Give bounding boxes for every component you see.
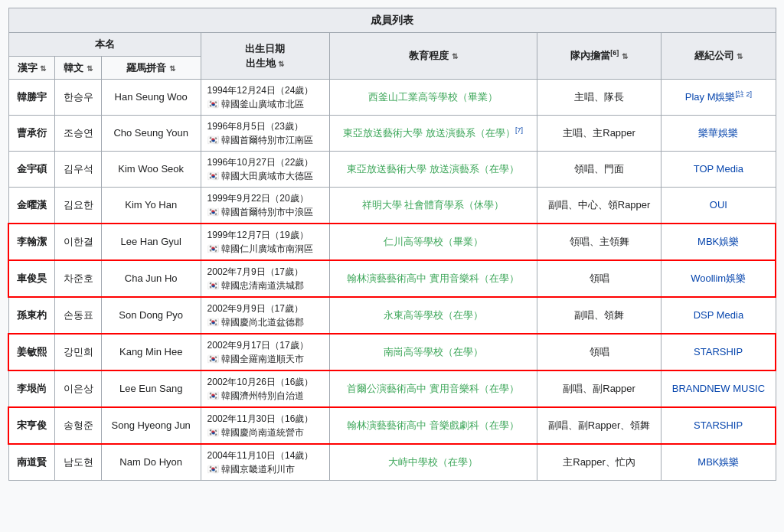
birthplace: 🇰🇷 韓國京畿道利川市 xyxy=(207,464,295,475)
birthplace: 🇰🇷 韓國首爾特別市江南區 xyxy=(207,135,313,145)
birthdate-cell: 1994年12月24日（24歲） 🇰🇷 韓國釜山廣域市北區 xyxy=(201,80,329,116)
header-education: 教育程度 ⇅ xyxy=(329,33,537,80)
company-name: 樂華娛樂 xyxy=(698,127,738,139)
company-cell: MBK娛樂 xyxy=(662,444,776,481)
table-row: 金宇碩 김우석 Kim Woo Seok 1996年10月27日（22歲） 🇰🇷… xyxy=(8,152,776,188)
birthdate-cell: 1996年10月27日（22歲） 🇰🇷 韓國大田廣域市大德區 xyxy=(201,152,329,188)
sort-icon-birthdate[interactable]: ⇅ xyxy=(278,60,284,68)
birthdate-cell: 2002年9月9日（17歲） 🇰🇷 韓國慶尚北道盆德郡 xyxy=(201,297,329,334)
korean-cell: 강민희 xyxy=(55,334,101,370)
education-link[interactable]: 大峙中學校（在學） xyxy=(388,456,478,468)
education-link[interactable]: 東亞放送藝術大學 放送演藝系（在學） xyxy=(343,127,515,139)
education-link[interactable]: 西釜山工業高等學校（畢業） xyxy=(368,91,498,103)
korean-cell: 차준호 xyxy=(55,260,101,297)
table-row: 李翰潔 이한결 Lee Han Gyul 1999年12月7日（19歲） 🇰🇷 … xyxy=(8,224,776,260)
header-birthdate: 出生日期出生地 ⇅ xyxy=(201,33,329,80)
birthdate-cell: 2002年10月26日（16歲） 🇰🇷 韓國濟州特別自治道 xyxy=(201,370,329,407)
table-row: 曹承衍 조승연 Cho Seung Youn 1996年8月5日（23歲） 🇰🇷… xyxy=(8,116,776,152)
romanization-cell: Cha Jun Ho xyxy=(101,260,201,297)
company-cell: BRANDNEW MUSIC xyxy=(662,370,776,407)
birthplace: 🇰🇷 韓國濟州特別自治道 xyxy=(207,390,304,401)
romanization-cell: Kang Min Hee xyxy=(101,334,201,370)
birthdate-cell: 2002年11月30日（16歲） 🇰🇷 韓國慶尚南道統營市 xyxy=(201,407,329,444)
table-row: 宋亨俊 송형준 Song Hyeong Jun 2002年11月30日（16歲）… xyxy=(8,407,776,444)
education-cell: 東亞放送藝術大學 放送演藝系（在學） xyxy=(329,152,537,188)
birthplace: 🇰🇷 韓國首爾特別市中浪區 xyxy=(207,207,313,217)
header-name-group: 本名 xyxy=(8,33,201,57)
romanization-cell: Han Seung Woo xyxy=(101,80,201,116)
role-cell: 主唱、主Rapper xyxy=(537,116,661,152)
education-cell: 翰林演藝藝術高中 音樂戲劇科（在學） xyxy=(329,407,537,444)
company-name: Woollim娛樂 xyxy=(691,273,746,284)
sort-icon-hanzi[interactable]: ⇅ xyxy=(40,64,46,73)
company-cell: TOP Media xyxy=(662,152,776,188)
table-row: 孫東杓 손동표 Son Dong Pyo 2002年9月9日（17歲） 🇰🇷 韓… xyxy=(8,297,776,334)
role-cell: 領唱 xyxy=(537,260,661,297)
hanzi-cell: 金宇碩 xyxy=(8,152,55,188)
education-cell: 祥明大學 社會體育學系（休學） xyxy=(329,188,537,224)
role-cell: 主Rapper、忙內 xyxy=(537,444,661,481)
table-row: 李垠尚 이은상 Lee Eun Sang 2002年10月26日（16歲） 🇰🇷… xyxy=(8,370,776,407)
role-cell: 副唱、領舞 xyxy=(537,297,661,334)
education-link[interactable]: 翰林演藝藝術高中 音樂戲劇科（在學） xyxy=(347,419,519,431)
company-cell: DSP Media xyxy=(662,297,776,334)
members-table: 成員列表 本名 出生日期出生地 ⇅ 教育程度 ⇅ 隊內擔當[6] ⇅ 經紀公司 … xyxy=(8,8,776,481)
romanization-cell: Lee Han Gyul xyxy=(101,224,201,260)
role-cell: 主唱、隊長 xyxy=(537,80,661,116)
romanization-cell: Son Dong Pyo xyxy=(101,297,201,334)
company-name: TOP Media xyxy=(694,163,743,175)
birthplace: 🇰🇷 韓國全羅南道順天市 xyxy=(207,354,304,364)
role-cell: 領唱 xyxy=(537,334,661,370)
hanzi-cell: 韓勝宇 xyxy=(8,80,55,116)
education-link[interactable]: 仁川高等學校（畢業） xyxy=(384,236,483,247)
korean-cell: 남도현 xyxy=(55,444,101,481)
company-name: STARSHIP xyxy=(694,419,743,431)
hanzi-cell: 宋亨俊 xyxy=(8,407,55,444)
table-row: 金曜漢 김요한 Kim Yo Han 1999年9月22日（20歲） 🇰🇷 韓國… xyxy=(8,188,776,224)
hanzi-cell: 孫東杓 xyxy=(8,297,55,334)
birthdate-cell: 2002年9月17日（17歲） 🇰🇷 韓國全羅南道順天市 xyxy=(201,334,329,370)
company-cell: Woollim娛樂 xyxy=(662,260,776,297)
education-link[interactable]: 首爾公演藝術高中 實用音樂科（在學） xyxy=(347,383,519,394)
education-cell: 東亞放送藝術大學 放送演藝系（在學）[7] xyxy=(329,116,537,152)
birthplace: 🇰🇷 韓國慶尚南道統營市 xyxy=(207,427,304,438)
company-name: OUI xyxy=(710,199,727,211)
sort-icon-role[interactable]: ⇅ xyxy=(622,52,628,60)
header-korean: 韓文 ⇅ xyxy=(55,56,101,80)
company-name: DSP Media xyxy=(694,309,744,321)
role-cell: 領唱、主領舞 xyxy=(537,224,661,260)
korean-cell: 손동표 xyxy=(55,297,101,334)
sort-icon-company[interactable]: ⇅ xyxy=(737,52,743,60)
romanization-cell: Cho Seung Youn xyxy=(101,116,201,152)
hanzi-cell: 金曜漢 xyxy=(8,188,55,224)
education-cell: 首爾公演藝術高中 實用音樂科（在學） xyxy=(329,370,537,407)
education-link[interactable]: 永東高等學校（在學） xyxy=(384,309,483,321)
hanzi-cell: 南道賢 xyxy=(8,444,55,481)
education-link[interactable]: 南崗高等學校（在學） xyxy=(384,346,483,357)
role-note: [6] xyxy=(610,49,619,57)
company-cell: OUI xyxy=(662,188,776,224)
table-row: 姜敏熙 강민희 Kang Min Hee 2002年9月17日（17歲） 🇰🇷 … xyxy=(8,334,776,370)
birthplace: 🇰🇷 韓國忠清南道洪城郡 xyxy=(207,280,304,291)
header-company: 經紀公司 ⇅ xyxy=(662,33,776,80)
birthplace: 🇰🇷 韓國仁川廣域市南洞區 xyxy=(207,243,313,254)
education-link[interactable]: 翰林演藝藝術高中 實用音樂科（在學） xyxy=(347,273,519,284)
table-row: 車俊昊 차준호 Cha Jun Ho 2002年7月9日（17歲） 🇰🇷 韓國忠… xyxy=(8,260,776,297)
table-row: 南道賢 남도현 Nam Do Hyon 2004年11月10日（14歲） 🇰🇷 … xyxy=(8,444,776,481)
sort-icon-korean[interactable]: ⇅ xyxy=(87,64,93,73)
education-link[interactable]: 祥明大學 社會體育學系（休學） xyxy=(362,199,505,211)
company-name: MBK娛樂 xyxy=(697,236,739,247)
company-cell: MBK娛樂 xyxy=(662,224,776,260)
education-cell: 大峙中學校（在學） xyxy=(329,444,537,481)
birthdate-cell: 1996年8月5日（23歲） 🇰🇷 韓國首爾特別市江南區 xyxy=(201,116,329,152)
birthplace: 🇰🇷 韓國大田廣域市大德區 xyxy=(207,171,313,181)
birthdate-cell: 2004年11月10日（14歲） 🇰🇷 韓國京畿道利川市 xyxy=(201,444,329,481)
sort-icon-education[interactable]: ⇅ xyxy=(452,52,458,60)
company-cell: STARSHIP xyxy=(662,407,776,444)
birthdate-cell: 2002年7月9日（17歲） 🇰🇷 韓國忠清南道洪城郡 xyxy=(201,260,329,297)
table-title: 成員列表 xyxy=(8,8,776,33)
education-link[interactable]: 東亞放送藝術大學 放送演藝系（在學） xyxy=(347,163,519,175)
sort-icon-romanization[interactable]: ⇅ xyxy=(169,64,175,73)
company-cell: 樂華娛樂 xyxy=(662,116,776,152)
header-role: 隊內擔當[6] ⇅ xyxy=(537,33,661,80)
